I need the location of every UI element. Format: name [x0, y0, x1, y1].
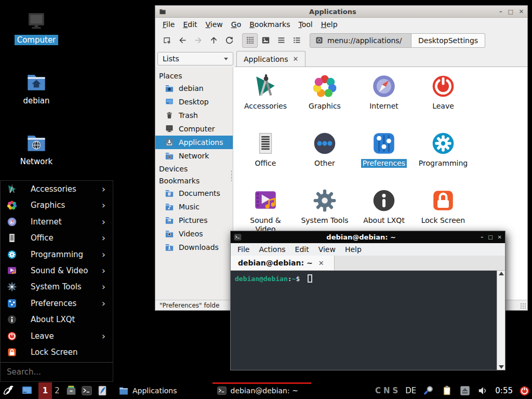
menu-help[interactable]: Help — [317, 19, 342, 30]
app-category-accessories[interactable]: Accessories — [236, 71, 295, 128]
sidebar-item-desktop[interactable]: Desktop — [155, 95, 233, 109]
terminal-scrollbar[interactable] — [497, 271, 505, 370]
clock[interactable]: 0:55 — [495, 386, 513, 395]
icon-view-button[interactable] — [242, 33, 258, 48]
tab-applications[interactable]: Applications ✕ — [236, 51, 305, 66]
sidebar-item-downloads[interactable]: Downloads — [155, 241, 233, 254]
terminal-window: debian@debian: ~ – □ ✕ File Actions Edit… — [230, 231, 506, 370]
sidebar-item-pictures[interactable]: Pictures — [155, 214, 233, 227]
sidebar-item-debian[interactable]: debian — [155, 82, 233, 95]
menu-file[interactable]: File — [158, 19, 179, 30]
sound-video-icon — [7, 265, 17, 276]
file-manager-titlebar[interactable]: Applications – □ ✕ — [155, 6, 527, 18]
task-button-terminal[interactable]: debian@debian: ~ — [212, 382, 311, 399]
close-button[interactable]: ✕ — [498, 234, 502, 240]
terminal-titlebar[interactable]: debian@debian: ~ – □ ✕ — [231, 231, 505, 243]
menu-tool[interactable]: Tool — [294, 19, 316, 30]
sidebar-splitter-handle[interactable] — [231, 170, 232, 181]
new-tab-button[interactable] — [159, 33, 175, 48]
text-editor-launcher[interactable] — [96, 382, 109, 399]
terminal-launcher[interactable] — [80, 382, 94, 399]
app-category-graphics[interactable]: Graphics — [295, 71, 354, 128]
sidebar-mode-dropdown[interactable]: Lists — [157, 52, 233, 65]
menu-view[interactable]: View — [314, 244, 340, 255]
tab-close-icon[interactable]: ✕ — [293, 56, 299, 62]
back-button[interactable] — [175, 33, 190, 48]
task-button-applications[interactable]: Applications — [114, 382, 181, 399]
removable-media-eject-icon[interactable] — [459, 385, 471, 396]
show-desktop-button[interactable] — [19, 382, 35, 399]
sidebar-item-music[interactable]: Music — [155, 200, 233, 214]
menu-item-sound-video[interactable]: Sound & Video › — [1, 262, 113, 278]
workspace-1-button[interactable]: 1 — [38, 382, 52, 399]
menu-item-programming[interactable]: Programming › — [1, 246, 113, 262]
compact-view-button[interactable] — [289, 33, 304, 48]
programming-icon — [7, 249, 17, 260]
start-menu-button[interactable] — [1, 382, 16, 399]
scroll-down-arrow-icon[interactable] — [499, 365, 504, 369]
menu-item-system-tools[interactable]: System Tools › — [1, 279, 113, 295]
up-button[interactable] — [206, 33, 221, 48]
sidebar-item-computer[interactable]: Computer — [155, 122, 233, 136]
sidebar-item-applications[interactable]: Applications — [155, 136, 233, 149]
desktop-icon-debian[interactable]: debian — [12, 71, 60, 106]
app-category-internet[interactable]: Internet — [354, 71, 414, 128]
menu-item-internet[interactable]: Internet › — [1, 214, 113, 230]
menu-search-input[interactable] — [1, 363, 113, 381]
menu-item-graphics[interactable]: Graphics › — [1, 197, 113, 213]
path-segment-button[interactable]: DesktopSettings — [411, 33, 485, 48]
minimize-button[interactable]: – — [499, 8, 502, 15]
sidebar-item-network[interactable]: Network — [155, 149, 233, 163]
app-category-programming[interactable]: Programming — [414, 128, 473, 185]
terminal-tab[interactable]: debian@debian: ~ ✕ — [231, 256, 335, 270]
back-arrow-icon — [178, 35, 188, 45]
submenu-chevron-icon: › — [102, 331, 107, 341]
minimize-button[interactable]: – — [481, 234, 483, 240]
menu-item-accessories[interactable]: Accessories › — [1, 181, 113, 197]
file-manager-launcher[interactable] — [64, 382, 78, 399]
resize-grip[interactable] — [520, 303, 526, 309]
computer-icon — [165, 124, 174, 134]
menu-go[interactable]: Go — [227, 19, 245, 30]
menu-bookmarks[interactable]: Bookmarks — [245, 19, 294, 30]
app-category-preferences[interactable]: Preferences — [354, 128, 414, 185]
menu-actions[interactable]: Actions — [254, 244, 290, 255]
menu-view[interactable]: View — [202, 19, 227, 30]
app-category-leave[interactable]: Leave — [414, 71, 473, 128]
detailed-list-view-button[interactable] — [273, 33, 289, 48]
power-button-icon[interactable] — [519, 385, 530, 396]
terminal-body[interactable]: debian@debian:~$ — [231, 271, 505, 370]
sidebar-item-documents[interactable]: Documents — [155, 187, 233, 200]
menu-file[interactable]: File — [233, 244, 254, 255]
menu-item-preferences[interactable]: Preferences › — [1, 295, 113, 311]
reload-button[interactable] — [221, 33, 237, 48]
volume-icon[interactable] — [477, 385, 489, 396]
screenshot-tool-icon[interactable] — [423, 385, 434, 396]
menu-edit[interactable]: Edit — [290, 244, 314, 255]
menu-item-office[interactable]: Office › — [1, 230, 113, 246]
tab-close-icon[interactable]: ✕ — [318, 260, 324, 267]
menu-item-lock-screen[interactable]: Lock Screen — [1, 344, 113, 361]
path-bar[interactable]: menu://applications/ — [310, 33, 411, 48]
desktop-icon-computer[interactable]: Computer — [12, 10, 60, 45]
leave-icon — [430, 73, 456, 99]
menu-help[interactable]: Help — [340, 244, 366, 255]
maximize-button[interactable]: □ — [508, 8, 513, 15]
menu-edit[interactable]: Edit — [179, 19, 201, 30]
terminal-menubar: File Actions Edit View Help — [231, 243, 505, 256]
maximize-button[interactable]: □ — [488, 234, 493, 240]
forward-button[interactable] — [190, 33, 206, 48]
workspace-2-button[interactable]: 2 — [52, 382, 62, 399]
sidebar-item-trash[interactable]: Trash — [155, 109, 233, 122]
menu-item-leave[interactable]: Leave › — [1, 328, 113, 344]
menu-item-about-lxqt[interactable]: About LXQt — [1, 312, 113, 328]
sidebar-item-videos[interactable]: Videos — [155, 227, 233, 241]
app-category-other[interactable]: Other — [295, 128, 354, 185]
desktop-icon-network[interactable]: Network — [12, 132, 60, 167]
close-button[interactable]: ✕ — [519, 8, 524, 15]
scroll-up-arrow-icon[interactable] — [499, 272, 504, 275]
keyboard-layout-indicator[interactable]: DE — [405, 386, 416, 395]
clipboard-manager-icon[interactable] — [441, 385, 453, 396]
thumbnail-view-button[interactable] — [258, 33, 273, 48]
app-category-office[interactable]: Office — [236, 128, 295, 185]
